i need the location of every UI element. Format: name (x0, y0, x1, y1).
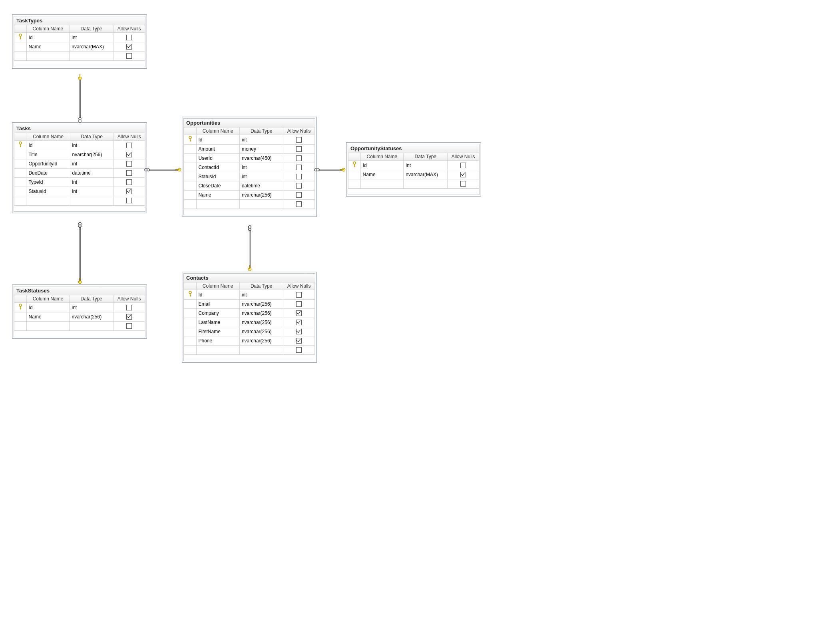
table-Contacts[interactable]: ContactsColumn NameData TypeAllow NullsI… (182, 272, 317, 363)
allow-nulls-cell[interactable] (283, 318, 315, 327)
checkbox-icon[interactable] (296, 174, 302, 179)
data-type-cell[interactable]: int (239, 163, 283, 172)
table-row[interactable]: Namenvarchar(256) (184, 191, 315, 200)
checkbox-icon[interactable] (460, 181, 466, 187)
checkbox-icon[interactable] (126, 179, 132, 185)
data-type-cell[interactable]: int (404, 161, 448, 170)
allow-nulls-cell[interactable] (283, 135, 315, 145)
column-name-cell[interactable] (26, 322, 70, 331)
data-type-cell[interactable]: nvarchar(256) (239, 309, 283, 318)
allow-nulls-cell[interactable] (283, 290, 315, 300)
data-type-cell[interactable]: datetime (70, 169, 113, 178)
allow-nulls-cell[interactable] (283, 154, 315, 163)
data-type-cell[interactable]: nvarchar(MAX) (404, 170, 448, 179)
allow-nulls-cell[interactable] (448, 170, 479, 179)
column-name-cell[interactable]: StatusId (26, 187, 70, 196)
column-name-cell[interactable]: ContactId (196, 163, 239, 172)
table-Opportunities[interactable]: OpportunitiesColumn NameData TypeAllow N… (182, 117, 317, 217)
checkbox-icon[interactable] (126, 143, 132, 148)
allow-nulls-cell[interactable] (283, 181, 315, 191)
checkbox-icon[interactable] (126, 161, 132, 167)
data-type-cell[interactable] (404, 179, 448, 189)
table-row[interactable]: StatusIdint (184, 172, 315, 181)
data-type-cell[interactable]: int (70, 159, 113, 169)
data-type-cell[interactable] (70, 196, 113, 205)
allow-nulls-cell[interactable] (283, 200, 315, 209)
table-row[interactable]: UserIdnvarchar(450) (184, 154, 315, 163)
table-row[interactable]: Idint (14, 33, 145, 42)
table-row[interactable]: Namenvarchar(256) (14, 312, 145, 322)
allow-nulls-cell[interactable] (113, 42, 145, 52)
table-row[interactable]: OpportunityIdint (14, 159, 145, 169)
data-type-cell[interactable]: int (70, 178, 113, 187)
column-name-cell[interactable]: TypeId (26, 178, 70, 187)
data-type-cell[interactable]: nvarchar(256) (239, 336, 283, 346)
checkbox-icon[interactable] (296, 301, 302, 307)
data-type-cell[interactable]: nvarchar(256) (239, 327, 283, 336)
table-row[interactable] (14, 322, 145, 331)
column-name-cell[interactable]: LastName (196, 318, 239, 327)
column-name-cell[interactable]: StatusId (196, 172, 239, 181)
checkbox-icon[interactable] (126, 44, 132, 50)
data-type-cell[interactable]: int (70, 33, 113, 42)
checkbox-icon[interactable] (126, 35, 132, 40)
checkbox-icon[interactable] (296, 292, 302, 298)
checkbox-icon[interactable] (126, 314, 132, 320)
column-name-cell[interactable] (196, 200, 239, 209)
column-name-cell[interactable]: Phone (196, 336, 239, 346)
column-name-cell[interactable]: Id (360, 161, 404, 170)
allow-nulls-cell[interactable] (113, 169, 145, 178)
allow-nulls-cell[interactable] (283, 300, 315, 309)
checkbox-icon[interactable] (296, 165, 302, 170)
table-Tasks[interactable]: TasksColumn NameData TypeAllow NullsIdin… (12, 122, 147, 213)
checkbox-icon[interactable] (126, 323, 132, 329)
table-row[interactable]: Idint (14, 141, 145, 150)
table-row[interactable]: Amountmoney (184, 145, 315, 154)
allow-nulls-cell[interactable] (283, 191, 315, 200)
table-row[interactable]: Idint (184, 290, 315, 300)
checkbox-icon[interactable] (296, 137, 302, 143)
column-name-cell[interactable]: Email (196, 300, 239, 309)
checkbox-icon[interactable] (126, 305, 132, 310)
allow-nulls-cell[interactable] (113, 196, 145, 205)
checkbox-icon[interactable] (126, 152, 132, 157)
table-row[interactable] (184, 200, 315, 209)
checkbox-icon[interactable] (126, 170, 132, 176)
allow-nulls-cell[interactable] (113, 33, 145, 42)
allow-nulls-cell[interactable] (283, 336, 315, 346)
table-row[interactable]: Namenvarchar(MAX) (348, 170, 479, 179)
table-row[interactable]: Titlenvarchar(256) (14, 150, 145, 159)
data-type-cell[interactable]: nvarchar(450) (239, 154, 283, 163)
table-row[interactable]: FirstNamenvarchar(256) (184, 327, 315, 336)
checkbox-icon[interactable] (296, 329, 302, 334)
table-row[interactable]: Emailnvarchar(256) (184, 300, 315, 309)
table-row[interactable]: TypeIdint (14, 178, 145, 187)
data-type-cell[interactable]: nvarchar(256) (70, 312, 113, 322)
data-type-cell[interactable]: nvarchar(256) (239, 191, 283, 200)
checkbox-icon[interactable] (296, 192, 302, 198)
table-row[interactable]: LastNamenvarchar(256) (184, 318, 315, 327)
column-name-cell[interactable] (360, 179, 404, 189)
column-name-cell[interactable]: Id (26, 33, 70, 42)
checkbox-icon[interactable] (296, 201, 302, 207)
allow-nulls-cell[interactable] (283, 309, 315, 318)
allow-nulls-cell[interactable] (113, 303, 145, 312)
table-row[interactable]: DueDatedatetime (14, 169, 145, 178)
data-type-cell[interactable] (239, 346, 283, 355)
table-row[interactable]: Phonenvarchar(256) (184, 336, 315, 346)
checkbox-icon[interactable] (460, 163, 466, 168)
data-type-cell[interactable]: money (239, 145, 283, 154)
allow-nulls-cell[interactable] (113, 187, 145, 196)
data-type-cell[interactable]: int (239, 172, 283, 181)
allow-nulls-cell[interactable] (113, 150, 145, 159)
checkbox-icon[interactable] (126, 53, 132, 59)
column-name-cell[interactable]: Company (196, 309, 239, 318)
data-type-cell[interactable]: datetime (239, 181, 283, 191)
column-name-cell[interactable]: Id (196, 290, 239, 300)
table-row[interactable] (14, 52, 145, 61)
column-name-cell[interactable]: Name (360, 170, 404, 179)
data-type-cell[interactable]: nvarchar(256) (239, 300, 283, 309)
column-name-cell[interactable]: Name (26, 42, 70, 52)
allow-nulls-cell[interactable] (283, 145, 315, 154)
data-type-cell[interactable]: int (70, 303, 113, 312)
